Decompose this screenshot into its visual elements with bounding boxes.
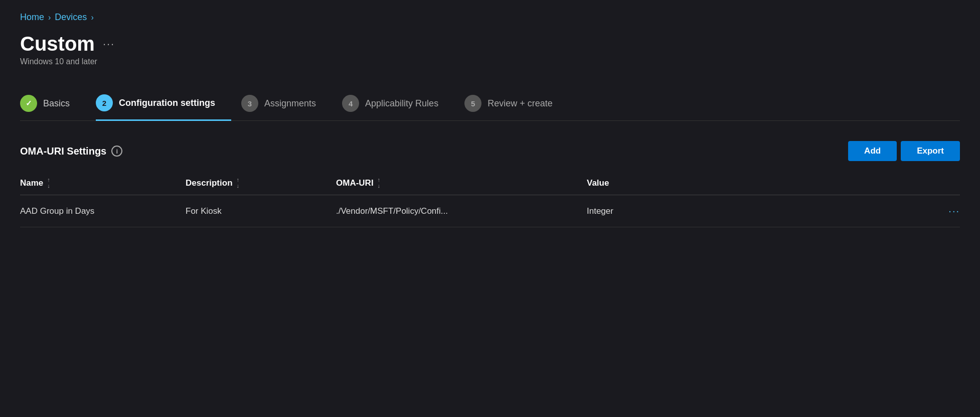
tab-review-label: Review + create — [487, 98, 553, 109]
breadcrumb-home[interactable]: Home — [20, 12, 44, 23]
export-button[interactable]: Export — [901, 141, 960, 161]
section-title-group: OMA-URI Settings i — [20, 146, 122, 157]
page-header: Custom ··· Windows 10 and later — [20, 33, 960, 66]
tab-basics-num: ✓ — [20, 95, 37, 112]
sort-desc-icon[interactable]: ↑ ↓ — [237, 177, 240, 189]
breadcrumb-sep-1: › — [48, 13, 51, 22]
info-icon[interactable]: i — [111, 146, 122, 157]
breadcrumb-sep-2: › — [91, 13, 93, 22]
cell-name: AAD Group in Days — [20, 206, 186, 216]
sort-oma-icon[interactable]: ↑ ↓ — [378, 177, 381, 189]
tab-applicability-label: Applicability Rules — [365, 98, 438, 109]
tab-review-num: 5 — [464, 95, 481, 112]
col-header-name-label: Name — [20, 178, 43, 188]
cell-row-actions: ··· — [737, 205, 960, 217]
col-header-oma-label: OMA-URI — [336, 178, 374, 188]
tab-basics[interactable]: ✓ Basics — [20, 87, 86, 120]
col-header-name: Name ↑ ↓ — [20, 177, 186, 189]
breadcrumb-devices[interactable]: Devices — [55, 12, 87, 23]
page-subtitle: Windows 10 and later — [20, 57, 960, 66]
section-header: OMA-URI Settings i Add Export — [20, 141, 960, 161]
tab-review[interactable]: 5 Review + create — [464, 87, 569, 120]
tab-assignments-label: Assignments — [264, 98, 316, 109]
tab-configuration[interactable]: 2 Configuration settings — [96, 86, 231, 121]
col-header-value: Value — [587, 177, 737, 189]
tab-configuration-label: Configuration settings — [119, 98, 215, 108]
col-header-value-label: Value — [587, 178, 609, 188]
cell-description: For Kiosk — [186, 206, 336, 216]
page-title: Custom — [20, 33, 95, 55]
breadcrumb: Home › Devices › — [20, 12, 960, 23]
tab-applicability[interactable]: 4 Applicability Rules — [342, 87, 454, 120]
col-header-oma-uri: OMA-URI ↑ ↓ — [336, 177, 587, 189]
table-row: AAD Group in Days For Kiosk ./Vendor/MSF… — [20, 195, 960, 227]
row-action-menu[interactable]: ··· — [948, 205, 960, 217]
page-menu-button[interactable]: ··· — [103, 38, 115, 51]
table-header: Name ↑ ↓ Description ↑ ↓ OMA-URI ↑ ↓ Val… — [20, 177, 960, 195]
tab-configuration-num: 2 — [96, 94, 113, 111]
sort-name-icon[interactable]: ↑ ↓ — [47, 177, 50, 189]
section-title-text: OMA-URI Settings — [20, 146, 106, 157]
col-header-actions — [737, 177, 960, 189]
tab-applicability-num: 4 — [342, 95, 359, 112]
tab-assignments-num: 3 — [241, 95, 258, 112]
action-buttons: Add Export — [848, 141, 960, 161]
tab-assignments[interactable]: 3 Assignments — [241, 87, 332, 120]
col-header-description: Description ↑ ↓ — [186, 177, 336, 189]
tab-basics-label: Basics — [43, 98, 70, 109]
oma-uri-table: Name ↑ ↓ Description ↑ ↓ OMA-URI ↑ ↓ Val… — [20, 177, 960, 227]
wizard-tabs: ✓ Basics 2 Configuration settings 3 Assi… — [20, 86, 960, 121]
add-button[interactable]: Add — [848, 141, 897, 161]
cell-value: Integer — [587, 206, 737, 216]
col-header-desc-label: Description — [186, 178, 233, 188]
cell-oma-uri: ./Vendor/MSFT/Policy/Confi... — [336, 206, 587, 216]
